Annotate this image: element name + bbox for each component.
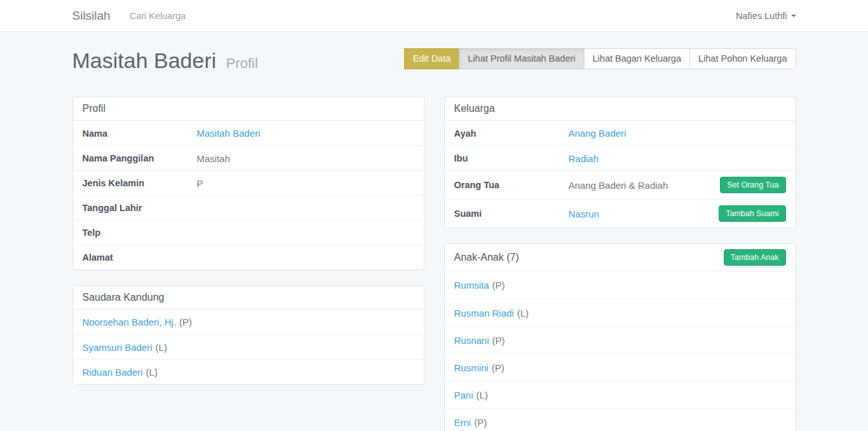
list-item: Rusmini (P) (445, 353, 796, 381)
gender-label: (P) (179, 317, 192, 327)
table-row: Nama Panggilan Masitah (73, 146, 424, 170)
navbar-container: Silsilah Cari Keluarga Nafies Luthfi (72, 0, 796, 31)
panel-saudara-title: Saudara Kandung (73, 286, 424, 310)
panel-title-text: Anak-Anak (7) (454, 252, 519, 263)
panel-keluarga-title: Keluarga (445, 97, 796, 121)
gender-label: (P) (492, 362, 505, 373)
nav-cari-keluarga[interactable]: Cari Keluarga (130, 11, 186, 21)
table-row: Orang Tua Anang Baderi & Radiah Set Oran… (445, 170, 796, 199)
table-row: Ibu Radiah (445, 146, 796, 170)
person-link[interactable]: Riduan Baderi (83, 367, 143, 378)
caret-down-icon (791, 15, 796, 17)
person-link[interactable]: Pani (454, 390, 473, 400)
saudara-rows: Noorsehan Baderi, Hj. (P) Syamsuri Bader… (73, 310, 424, 384)
gender-label: (P) (492, 280, 505, 291)
page-subtitle: Profil (226, 55, 258, 71)
person-link[interactable]: Noorsehan Baderi, Hj. (83, 317, 177, 327)
content-columns: Profil Nama Masitah Baderi Nama Panggila… (72, 97, 796, 431)
table-row: Nama Masitah Baderi (73, 121, 424, 146)
lihat-profil-button[interactable]: Lihat Profil Masitah Baderi (459, 48, 584, 69)
row-value: P (197, 178, 414, 189)
table-row: Tanggal Lahir (73, 195, 424, 220)
panel-saudara-kandung: Saudara Kandung Noorsehan Baderi, Hj. (P… (72, 285, 424, 385)
row-label: Ayah (454, 128, 569, 139)
panel-profil-title: Profil (73, 97, 424, 121)
profile-actions: Edit Data Lihat Profil Masitah Baderi Li… (405, 48, 796, 69)
person-link[interactable]: Syamsuri Baderi (83, 342, 153, 353)
table-row: Jenis Kelamin P (73, 170, 424, 195)
person-name: Masitah Baderi (72, 48, 217, 72)
row-value: Masitah (197, 153, 414, 164)
panel-anak-title: Anak-Anak (7) Tambah Anak (445, 244, 796, 271)
list-item: Noorsehan Baderi, Hj. (P) (73, 310, 424, 334)
panel-title-text: Profil (83, 103, 105, 114)
row-value[interactable]: Radiah (569, 153, 786, 164)
anak-rows: Rumsita (P) Rusman Riadi (L) Rusnani (P) (445, 271, 796, 431)
list-item: Syamsuri Baderi (L) (73, 334, 424, 359)
row-label: Nama (83, 128, 197, 139)
main-content: Masitah Baderi Profil Edit Data Lihat Pr… (72, 48, 796, 431)
navbar: Silsilah Cari Keluarga Nafies Luthfi (0, 0, 868, 32)
list-item: Riduan Baderi (L) (73, 359, 424, 384)
row-label: Alamat (83, 252, 197, 263)
page-header: Masitah Baderi Profil Edit Data Lihat Pr… (72, 48, 796, 76)
panel-keluarga: Keluarga Ayah Anang Baderi Ibu Radiah (444, 97, 796, 228)
navbar-right: Nafies Luthfi (736, 11, 796, 21)
row-label: Tanggal Lahir (83, 203, 197, 213)
person-link[interactable]: Rumsita (454, 280, 489, 291)
lihat-bagan-keluarga-button[interactable]: Lihat Bagan Keluarga (584, 48, 690, 69)
list-item: Pani (L) (445, 381, 796, 408)
row-action-button[interactable]: Set Orang Tua (720, 177, 785, 193)
panel-title-text: Saudara Kandung (83, 292, 165, 303)
row-label: Nama Panggilan (83, 153, 197, 163)
list-item: Rumsita (P) (445, 271, 796, 299)
person-link[interactable]: Rusmini (454, 362, 489, 373)
person-link[interactable]: Erni (454, 417, 471, 428)
lihat-pohon-keluarga-button[interactable]: Lihat Pohon Keluarga (689, 48, 796, 69)
page-title: Masitah Baderi Profil (72, 48, 258, 76)
gender-label: (L) (146, 367, 158, 378)
row-label: Orang Tua (454, 180, 569, 190)
left-column: Profil Nama Masitah Baderi Nama Panggila… (72, 97, 424, 400)
brand-silsilah[interactable]: Silsilah (72, 9, 111, 23)
row-value[interactable]: Anang Baderi (569, 128, 786, 139)
panel-title-text: Keluarga (454, 103, 495, 114)
keluarga-rows: Ayah Anang Baderi Ibu Radiah Orang Tua (445, 121, 796, 228)
profil-rows: Nama Masitah Baderi Nama Panggilan Masit… (73, 121, 424, 270)
table-row: Suami Nasrun Tambah Suami (445, 199, 796, 228)
person-link[interactable]: Rusnani (454, 335, 489, 346)
table-row: Alamat (73, 245, 424, 270)
table-row: Ayah Anang Baderi (445, 121, 796, 146)
row-value: Anang Baderi & Radiah (569, 180, 721, 191)
list-item: Erni (P) (445, 408, 796, 431)
table-row: Telp (73, 220, 424, 245)
tambah-anak-button[interactable]: Tambah Anak (724, 249, 786, 266)
list-item: Rusnani (P) (445, 326, 796, 353)
list-item: Rusman Riadi (L) (445, 299, 796, 326)
panel-anak-anak: Anak-Anak (7) Tambah Anak Rumsita (P) Ru… (444, 243, 796, 431)
gender-label: (L) (477, 390, 488, 400)
row-label: Ibu (454, 153, 569, 163)
edit-data-button[interactable]: Edit Data (404, 48, 460, 69)
person-link[interactable]: Rusman Riadi (454, 308, 514, 318)
row-label: Telp (83, 228, 197, 238)
gender-label: (P) (474, 417, 487, 428)
right-column: Keluarga Ayah Anang Baderi Ibu Radiah (444, 97, 796, 431)
gender-label: (L) (156, 342, 167, 353)
user-name: Nafies Luthfi (736, 11, 787, 21)
panel-profil: Profil Nama Masitah Baderi Nama Panggila… (72, 97, 424, 270)
row-action-button[interactable]: Tambah Suami (719, 205, 785, 222)
user-menu[interactable]: Nafies Luthfi (736, 11, 796, 21)
row-value[interactable]: Masitah Baderi (197, 128, 414, 139)
gender-label: (L) (517, 308, 529, 318)
row-label: Suami (454, 209, 569, 219)
row-value[interactable]: Nasrun (569, 209, 719, 219)
row-label: Jenis Kelamin (83, 178, 197, 188)
gender-label: (P) (492, 335, 505, 346)
